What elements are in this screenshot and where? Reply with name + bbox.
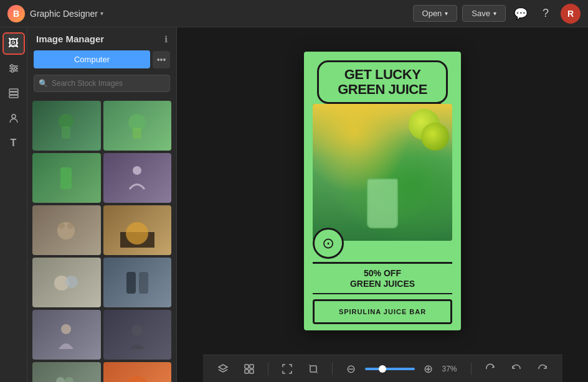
app-logo: B xyxy=(7,5,25,22)
zoom-control: ⊖ ⊕ 37% xyxy=(341,359,462,379)
grid-button[interactable] xyxy=(239,359,259,379)
panel-header: Image Manager ℹ xyxy=(27,27,176,50)
zoom-percentage: 37% xyxy=(442,365,462,373)
svg-point-25 xyxy=(61,324,71,334)
svg-point-29 xyxy=(126,376,148,383)
image-row xyxy=(32,153,171,203)
svg-point-17 xyxy=(59,223,65,229)
help-button[interactable]: ? xyxy=(536,4,556,24)
topbar: B Graphic Designer ▾ Open ▾ Save ▾ 💬 ? R xyxy=(0,0,588,27)
svg-line-38 xyxy=(316,372,318,373)
list-item[interactable] xyxy=(32,153,101,203)
filters-tool-button[interactable] xyxy=(2,57,25,80)
list-item[interactable] xyxy=(103,310,172,360)
list-item[interactable] xyxy=(32,258,101,307)
svg-rect-33 xyxy=(250,365,254,368)
avatar[interactable]: R xyxy=(561,4,581,24)
svg-rect-7 xyxy=(9,92,18,95)
svg-rect-23 xyxy=(126,272,136,294)
crop-button[interactable] xyxy=(303,359,323,379)
image-row xyxy=(32,258,171,307)
app-title-btn[interactable]: Graphic Designer ▾ xyxy=(30,9,103,19)
list-item[interactable] xyxy=(32,205,101,255)
app-title-chevron: ▾ xyxy=(100,10,103,17)
svg-line-37 xyxy=(309,365,310,366)
info-icon[interactable]: ℹ xyxy=(164,34,168,44)
image-row xyxy=(32,310,171,360)
canvas-area: GET LUCKY GREEN JUICE ☘ xyxy=(177,27,588,382)
layers-button[interactable] xyxy=(213,359,233,379)
svg-point-28 xyxy=(65,377,74,383)
svg-point-3 xyxy=(14,67,17,70)
canvas-promo-text: 50% OFF GREEN JUICES xyxy=(350,268,415,289)
topbar-actions: Open ▾ Save ▾ xyxy=(413,5,506,22)
left-panel: Image Manager ℹ Computer ••• 🔍 xyxy=(27,27,177,382)
svg-rect-36 xyxy=(310,366,316,372)
svg-rect-32 xyxy=(245,365,249,368)
search-input[interactable] xyxy=(34,75,170,92)
list-item[interactable] xyxy=(32,101,101,151)
svg-rect-6 xyxy=(9,89,18,91)
zoom-thumb xyxy=(379,365,386,373)
app-title-label: Graphic Designer xyxy=(30,9,98,19)
canvas-horseshoe: ⊙ xyxy=(313,228,344,259)
zoom-slider[interactable] xyxy=(365,368,415,370)
main-area: 🖼 T xyxy=(0,27,588,382)
svg-point-22 xyxy=(65,276,78,288)
list-item[interactable] xyxy=(103,101,172,151)
svg-rect-8 xyxy=(9,95,18,98)
panel-tabs: Computer ••• xyxy=(27,50,176,75)
canvas-footer-text: SPIRULINA JUICE BAR xyxy=(339,308,426,315)
image-row xyxy=(32,101,171,151)
design-canvas[interactable]: GET LUCKY GREEN JUICE ☘ xyxy=(304,52,461,330)
svg-point-18 xyxy=(67,223,74,229)
svg-point-27 xyxy=(56,377,65,383)
zoom-out-button[interactable]: ⊖ xyxy=(341,359,361,379)
image-grid: b xyxy=(27,98,176,382)
svg-rect-11 xyxy=(62,126,70,139)
zoom-in-button[interactable]: ⊕ xyxy=(419,359,439,379)
canvas-header-text: GET LUCKY GREEN JUICE xyxy=(329,67,436,97)
list-item[interactable] xyxy=(103,362,172,382)
list-item[interactable] xyxy=(103,153,172,203)
canvas-footer-box: SPIRULINA JUICE BAR xyxy=(313,299,452,324)
svg-point-5 xyxy=(11,70,14,72)
icon-bar: 🖼 T xyxy=(0,27,27,382)
save-button[interactable]: Save ▾ xyxy=(462,5,506,22)
open-button[interactable]: Open ▾ xyxy=(413,5,458,22)
comment-button[interactable]: 💬 xyxy=(511,4,531,24)
svg-rect-24 xyxy=(139,272,148,294)
list-item[interactable] xyxy=(32,362,101,382)
layers-tool-button[interactable] xyxy=(2,82,25,105)
image-row xyxy=(32,362,171,382)
svg-marker-31 xyxy=(219,365,227,370)
bottom-bar: ⊖ ⊕ 37% xyxy=(203,355,562,382)
svg-point-26 xyxy=(131,325,143,336)
svg-point-1 xyxy=(11,65,13,67)
refresh-button[interactable] xyxy=(480,359,500,379)
undo-button[interactable] xyxy=(506,359,526,379)
people-tool-button[interactable] xyxy=(2,107,25,129)
list-item[interactable] xyxy=(103,258,172,307)
svg-point-15 xyxy=(133,166,141,175)
fit-button[interactable] xyxy=(277,359,297,379)
images-tool-button[interactable]: 🖼 xyxy=(2,32,25,55)
svg-rect-13 xyxy=(133,128,141,139)
canvas-header-box: GET LUCKY GREEN JUICE xyxy=(317,60,448,104)
text-tool-button[interactable]: T xyxy=(2,132,25,154)
canvas-container: GET LUCKY GREEN JUICE ☘ xyxy=(177,27,588,355)
panel-title: Image Manager xyxy=(36,34,104,44)
canvas-image xyxy=(313,104,452,241)
list-item[interactable] xyxy=(103,205,172,255)
computer-tab[interactable]: Computer xyxy=(34,50,150,68)
svg-rect-34 xyxy=(245,370,249,373)
search-bar: 🔍 xyxy=(34,75,170,92)
search-icon: 🔍 xyxy=(39,79,48,88)
list-item[interactable] xyxy=(32,310,101,360)
redo-button[interactable] xyxy=(533,359,552,379)
svg-rect-14 xyxy=(60,167,72,189)
svg-point-20 xyxy=(126,222,148,245)
image-row xyxy=(32,205,171,255)
more-options-button[interactable]: ••• xyxy=(153,51,170,68)
svg-rect-35 xyxy=(250,370,254,373)
